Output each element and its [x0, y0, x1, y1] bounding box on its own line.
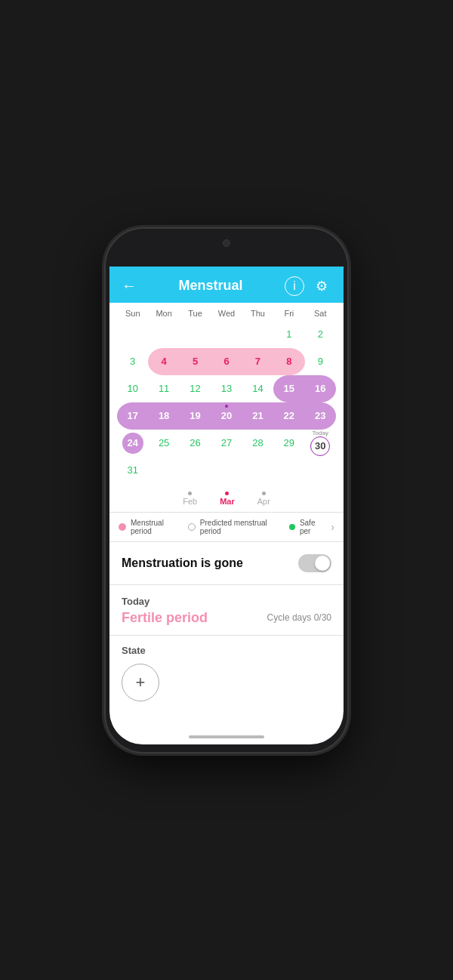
header-title: Menstrual — [178, 278, 242, 294]
state-section: State + — [109, 636, 344, 710]
cal-day-empty — [242, 321, 273, 348]
cal-day-24[interactable]: 24 — [117, 430, 148, 457]
cal-day-5[interactable]: 5 — [180, 348, 211, 375]
battery-icon — [312, 255, 328, 263]
cal-day-17[interactable]: 17 — [117, 402, 148, 430]
menstruation-toggle[interactable] — [298, 554, 331, 572]
cal-day-29[interactable]: 29 — [273, 430, 304, 457]
cal-day-3[interactable]: 3 — [117, 348, 148, 375]
state-label: State — [122, 645, 331, 656]
gear-icon: ⚙ — [316, 278, 328, 294]
cal-day-8[interactable]: 8 — [273, 348, 304, 375]
wifi-icon: ⊜ — [300, 254, 309, 265]
fertile-period-label: Fertile period — [122, 610, 208, 626]
weekday-tue: Tue — [180, 309, 211, 318]
today-section: Today Fertile period Cycle days 0/30 — [109, 585, 344, 636]
add-state-button[interactable]: + — [122, 664, 159, 701]
weekday-sat: Sat — [305, 309, 336, 318]
cal-day-empty — [148, 457, 179, 484]
status-time: 9:41 — [125, 253, 146, 265]
cal-day-empty — [180, 321, 211, 348]
cal-day-13[interactable]: 13 — [211, 375, 242, 402]
cal-day-19[interactable]: 19 — [180, 402, 211, 430]
cal-day-empty — [148, 321, 179, 348]
cal-day-empty — [273, 457, 304, 484]
cal-day-15[interactable]: 15 — [273, 375, 304, 402]
cal-day-21[interactable]: 21 — [242, 402, 273, 430]
settings-button[interactable]: ⚙ — [312, 276, 331, 296]
weekday-wed: Wed — [211, 309, 242, 318]
predicted-legend-circle — [188, 523, 196, 531]
cal-day-28[interactable]: 28 — [242, 430, 273, 457]
safe-legend-dot — [289, 524, 295, 530]
cal-day-25[interactable]: 25 — [148, 430, 179, 457]
cal-day-31[interactable]: 31 — [117, 457, 148, 484]
month-apr[interactable]: Apr — [257, 492, 270, 506]
home-indicator — [189, 735, 264, 738]
month-feb[interactable]: Feb — [183, 492, 197, 506]
weekday-thu: Thu — [242, 309, 273, 318]
status-icons: ⊜ — [286, 254, 328, 265]
info-button[interactable]: i — [285, 276, 304, 296]
calendar: Sun Mon Tue Wed Thu Fri Sat 1 2 3 — [109, 303, 344, 512]
weekday-mon: Mon — [148, 309, 179, 318]
cal-day-11[interactable]: 11 — [148, 375, 179, 402]
cal-day-14[interactable]: 14 — [242, 375, 273, 402]
cal-day-9[interactable]: 9 — [305, 348, 336, 375]
calendar-weekdays: Sun Mon Tue Wed Thu Fri Sat — [117, 303, 336, 321]
weekday-sun: Sun — [117, 309, 148, 318]
cal-day-empty — [242, 457, 273, 484]
safe-legend-label: Safe per — [300, 519, 326, 535]
cal-day-22[interactable]: 22 — [273, 402, 304, 430]
menstrual-legend-label: Menstrual period — [131, 519, 183, 535]
legend-chevron-icon[interactable]: › — [331, 521, 334, 533]
today-status-row: Fertile period Cycle days 0/30 — [122, 610, 331, 626]
calendar-grid: 1 2 3 4 5 6 7 — [117, 321, 336, 487]
today-label: Today — [122, 596, 331, 607]
toggle-thumb — [315, 556, 330, 571]
month-indicator: Feb Mar Apr — [117, 487, 336, 512]
header: ← Menstrual i ⚙ — [109, 270, 344, 303]
menstruation-toggle-row: Menstruation is gone — [109, 542, 344, 585]
plus-icon: + — [136, 673, 146, 692]
cal-day-4[interactable]: 4 — [148, 348, 179, 375]
predicted-legend-label: Predicted menstrual period — [200, 519, 285, 535]
cal-day-7[interactable]: 7 — [242, 348, 273, 375]
cal-day-18[interactable]: 18 — [148, 402, 179, 430]
cal-day-10[interactable]: 10 — [117, 375, 148, 402]
cal-day-20[interactable]: 20 — [211, 402, 242, 430]
cal-day-26[interactable]: 26 — [180, 430, 211, 457]
cal-day-empty — [180, 457, 211, 484]
toggle-label: Menstruation is gone — [122, 556, 243, 570]
menstrual-legend-dot — [119, 523, 126, 531]
cal-day-27[interactable]: 27 — [211, 430, 242, 457]
cal-day-12[interactable]: 12 — [180, 375, 211, 402]
cal-day-2[interactable]: 2 — [305, 321, 336, 348]
cal-day-empty — [211, 457, 242, 484]
cal-day-empty — [211, 321, 242, 348]
cal-day-empty — [305, 457, 336, 484]
month-mar[interactable]: Mar — [220, 492, 235, 506]
cal-day-6[interactable]: 6 — [211, 348, 242, 375]
cal-day-16[interactable]: 16 — [305, 375, 336, 402]
cycle-days-label: Cycle days 0/30 — [267, 612, 331, 623]
cal-day-23[interactable]: 23 — [305, 402, 336, 430]
cal-day-30-today[interactable]: Today 30 — [305, 430, 336, 457]
cal-day-empty — [117, 321, 148, 348]
back-button[interactable]: ← — [122, 277, 137, 294]
signal-icon — [286, 255, 297, 263]
legend: Menstrual period Predicted menstrual per… — [109, 513, 344, 541]
weekday-fri: Fri — [273, 309, 304, 318]
header-actions: i ⚙ — [285, 276, 331, 296]
cal-day-1[interactable]: 1 — [273, 321, 304, 348]
